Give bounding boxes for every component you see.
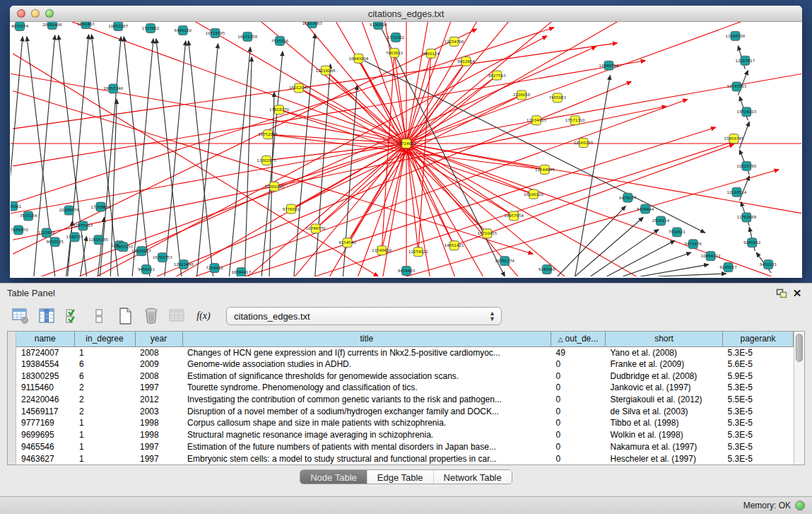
cell-year[interactable]: 2008 [135, 346, 182, 358]
graph-node[interactable]: 16710455 [477, 229, 497, 238]
cell-short[interactable]: Dudbridge et al. (2008) [606, 370, 723, 382]
graph-node[interactable]: 12217917 [735, 56, 755, 65]
cell-pagerank[interactable]: 5.3E-5 [723, 452, 794, 465]
graph-edge[interactable] [623, 252, 690, 276]
graph-node[interactable]: 10223780 [736, 161, 756, 170]
table-row[interactable]: 1830029562008Estimation of significance … [16, 370, 794, 382]
graph-node[interactable]: 7932621 [669, 228, 686, 237]
cell-year[interactable]: 1998 [135, 417, 182, 429]
cell-year[interactable]: 1997 [135, 382, 182, 394]
scrollbar-thumb[interactable] [796, 334, 803, 362]
cell-title[interactable]: Embryonic stem cells: a model to study s… [182, 452, 551, 465]
cell-out-de-[interactable]: 0 [551, 441, 606, 453]
cell-name[interactable]: 19384554 [16, 358, 74, 370]
cell-short[interactable]: Wolkin et al. (1998) [606, 429, 723, 441]
graph-node[interactable]: 12160255 [574, 139, 594, 148]
cell-out-de-[interactable]: 0 [551, 429, 606, 441]
graph-node[interactable]: 1691403 [77, 22, 95, 28]
graph-node[interactable]: 20206576 [59, 206, 79, 215]
cell-name[interactable]: 18300295 [16, 370, 74, 382]
graph-node[interactable]: 9245657 [719, 263, 736, 272]
graph-edge[interactable] [124, 37, 150, 276]
graph-node[interactable]: 20053346 [103, 84, 123, 93]
graph-edge[interactable] [739, 122, 749, 148]
cell-name[interactable]: 14569117 [16, 405, 74, 417]
graph-node[interactable]: 6479197 [619, 193, 636, 202]
graph-node[interactable]: 3915154 [20, 211, 37, 221]
graph-node[interactable]: 7663822 [386, 48, 403, 57]
graph-node[interactable]: 9245068 [539, 265, 556, 274]
cell-name[interactable]: 22420046 [16, 394, 74, 406]
column-header-out-de-[interactable]: △out_de... [551, 332, 606, 346]
cell-short[interactable]: Jankovic et al. (1997) [606, 382, 723, 394]
graph-edge[interactable] [157, 82, 631, 276]
cell-pagerank[interactable]: 5.3E-5 [723, 346, 794, 358]
window-titlebar[interactable]: citations_edges.txt [10, 6, 802, 22]
graph-node[interactable]: 11763669 [736, 213, 756, 222]
delete-table-button[interactable] [167, 305, 188, 327]
select-all-columns-button[interactable] [62, 305, 83, 327]
column-header-title[interactable]: title [182, 332, 551, 346]
show-columns-button[interactable] [36, 305, 57, 327]
delete-columns-button[interactable] [141, 305, 162, 327]
cell-title[interactable]: Genome-wide association studies in ADHD. [182, 358, 551, 370]
cell-short[interactable]: Hescheler et al. (1997) [606, 452, 723, 465]
graph-edge[interactable] [197, 44, 218, 276]
table-selector-dropdown[interactable]: citations_edges.txt ▲▼ [226, 307, 502, 325]
close-icon[interactable]: ✕ [789, 287, 805, 300]
cell-name[interactable]: 9465546 [16, 441, 74, 453]
graph-node[interactable]: 16791374 [495, 257, 514, 266]
graph-node[interactable]: 10719185 [206, 28, 225, 37]
graph-node[interactable]: 8960124 [423, 49, 440, 58]
graph-node[interactable]: 4035574 [11, 22, 29, 30]
cell-in-degree[interactable]: 2 [74, 394, 135, 406]
cell-in-degree[interactable]: 6 [74, 358, 135, 370]
graph-node[interactable]: 12505185 [89, 235, 109, 245]
cell-out-de-[interactable]: 0 [551, 382, 606, 394]
cell-pagerank[interactable]: 5.3E-5 [723, 405, 794, 417]
cell-in-degree[interactable]: 2 [74, 382, 135, 394]
cell-short[interactable]: Franke et al. (2009) [606, 358, 723, 370]
table-row[interactable]: 946554611997Estimation of the future num… [16, 441, 794, 453]
table-row[interactable]: 969969511998Structural magnetic resonanc… [16, 429, 794, 441]
cell-title[interactable]: Structural magnetic resonance image aver… [182, 429, 551, 441]
unselect-all-columns-button[interactable] [88, 305, 110, 327]
graph-node[interactable]: 19734103 [736, 107, 756, 117]
graph-edge[interactable] [316, 144, 406, 228]
column-header-in-degree[interactable]: in_degree [74, 332, 135, 346]
cell-in-degree[interactable]: 1 [74, 441, 135, 453]
cell-pagerank[interactable]: 5.5E-5 [723, 394, 794, 406]
graph-node[interactable]: 18300295 [264, 182, 284, 191]
cell-in-degree[interactable]: 1 [74, 429, 135, 441]
cell-in-degree[interactable]: 1 [74, 346, 135, 358]
graph-node[interactable]: 1115688 [38, 228, 56, 238]
graph-node[interactable]: 12254706 [445, 37, 464, 46]
graph-node[interactable]: 15958745 [724, 134, 744, 144]
graph-edge[interactable] [343, 86, 357, 276]
cell-year[interactable]: 2003 [135, 405, 182, 417]
graph-node[interactable]: 8471676 [685, 240, 702, 249]
graph-node[interactable]: 1572302 [387, 33, 404, 42]
graph-node[interactable]: 7845061 [11, 201, 21, 211]
table-row[interactable]: 1872400712008Changes of HCN gene express… [16, 346, 794, 358]
cell-title[interactable]: Estimation of significance thresholds fo… [182, 370, 551, 382]
graph-node[interactable]: 16671358 [237, 32, 257, 41]
cell-year[interactable]: 1998 [135, 429, 182, 441]
graph-edge[interactable] [245, 127, 715, 276]
cell-out-de-[interactable]: 0 [551, 452, 606, 465]
graph-node[interactable]: 6466160 [175, 25, 192, 35]
graph-node[interactable]: 11544949 [535, 165, 555, 174]
cell-out-de-[interactable]: 0 [551, 370, 606, 382]
graph-node[interactable]: 13302975 [257, 156, 276, 165]
table-row[interactable]: 2242004622012Investigating the contribut… [16, 394, 794, 406]
column-header-year[interactable]: year [135, 332, 182, 346]
cell-title[interactable]: Corpus callosum shape and size in male p… [182, 417, 551, 429]
cell-short[interactable]: Tibbo et al. (1998) [606, 417, 723, 429]
graph-node[interactable]: 16106120 [524, 189, 543, 199]
cell-in-degree[interactable]: 2 [74, 405, 135, 417]
column-header-pagerank[interactable]: pagerank [723, 332, 794, 346]
graph-node[interactable]: 14957954 [504, 211, 524, 221]
create-column-button[interactable] [114, 305, 136, 327]
cell-out-de-[interactable]: 0 [551, 417, 606, 429]
cell-name[interactable]: 9777169 [16, 417, 74, 429]
